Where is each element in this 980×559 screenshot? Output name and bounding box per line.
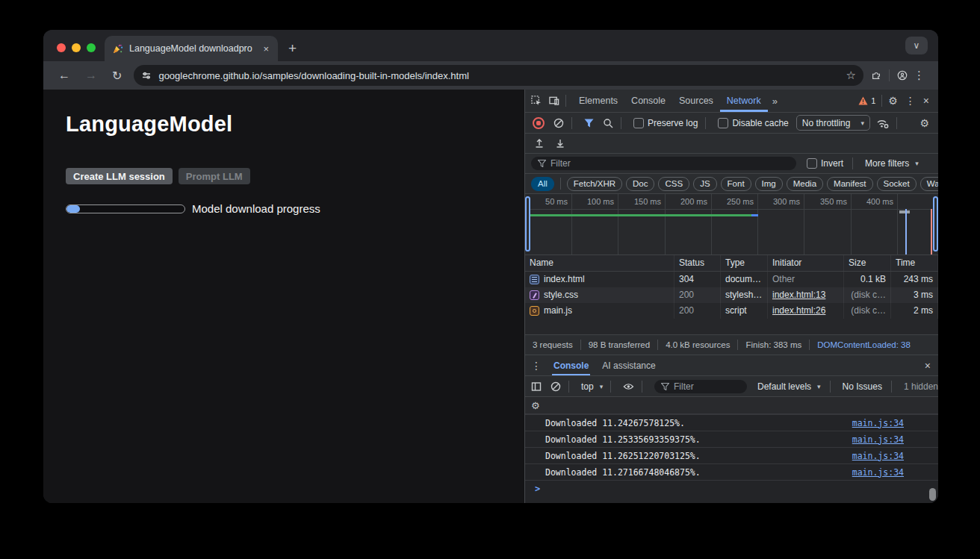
devtools-close-icon[interactable]: × [923, 95, 929, 107]
network-filter-input[interactable]: Filter [531, 157, 796, 170]
disable-cache-checkbox[interactable] [718, 118, 728, 128]
live-expression-eye-icon[interactable] [623, 382, 634, 391]
address-bar[interactable]: googlechrome.github.io/samples/downloadi… [134, 65, 863, 86]
warning-badge[interactable]: 1 [858, 96, 875, 105]
source-link[interactable]: main.js:34 [852, 418, 904, 428]
network-toolbar: Preserve log Disable cache No throttling… [525, 113, 938, 134]
requests-count: 3 requests [533, 340, 573, 349]
overview-right-handle[interactable] [933, 196, 938, 252]
chip-fetch-xhr[interactable]: Fetch/XHR [567, 177, 622, 191]
clear-console-icon[interactable] [551, 381, 561, 392]
invert-checkbox[interactable] [807, 158, 817, 169]
network-search-icon[interactable] [603, 118, 613, 128]
browser-menu-icon[interactable]: ⋮ [914, 69, 925, 82]
import-har-icon[interactable] [534, 138, 545, 149]
console-message[interactable]: Downloaded 11.25335693359375%. main.js:3… [525, 431, 938, 448]
network-filter-icon[interactable] [584, 119, 594, 128]
table-row[interactable]: index.html 304 docum… Other 0.1 kB 243 m… [525, 272, 938, 287]
console-message[interactable]: Downloaded 11.27166748046875%. main.js:3… [525, 464, 938, 481]
drawer-tab-ai-assistance[interactable]: AI assistance [601, 355, 657, 375]
console-sidebar-icon[interactable] [531, 381, 542, 392]
network-filter-row: Filter Invert More filters ▾ [525, 154, 938, 174]
drawer-menu-icon[interactable]: ⋮ [531, 360, 542, 372]
zoom-window-button[interactable] [87, 43, 96, 52]
inspect-element-icon[interactable] [531, 96, 542, 106]
device-toolbar-icon[interactable] [549, 96, 559, 106]
devtools-tab-network[interactable]: Network [720, 90, 768, 112]
source-link[interactable]: main.js:34 [852, 434, 904, 445]
invert-label[interactable]: Invert [821, 158, 843, 169]
progress-label: Model download progress [192, 202, 320, 215]
preserve-log-checkbox[interactable] [633, 118, 644, 128]
network-conditions-icon[interactable] [876, 118, 889, 128]
bookmark-star-icon[interactable]: ☆ [846, 69, 856, 82]
col-name[interactable]: Name [525, 255, 674, 271]
new-tab-button[interactable]: + [288, 41, 297, 55]
minimize-window-button[interactable] [72, 43, 81, 52]
network-overview[interactable]: 50 ms 100 ms 150 ms 200 ms 250 ms 300 ms… [525, 194, 938, 255]
chip-manifest[interactable]: Manifest [827, 177, 872, 191]
create-llm-session-button[interactable]: Create LLM session [66, 168, 173, 184]
clear-network-log-icon[interactable] [553, 118, 564, 128]
site-settings-icon[interactable] [141, 70, 152, 81]
col-type[interactable]: Type [721, 255, 768, 271]
devtools-tab-sources[interactable]: Sources [672, 90, 720, 112]
console-message[interactable]: Downloaded 11.24267578125%. main.js:34 [525, 414, 938, 431]
chip-js[interactable]: JS [693, 177, 716, 191]
console-scrollbar-thumb[interactable] [929, 488, 936, 501]
col-time[interactable]: Time [891, 255, 938, 271]
reload-button[interactable]: ↻ [112, 69, 122, 83]
chip-all[interactable]: All [531, 177, 554, 191]
overview-left-handle[interactable] [525, 196, 530, 252]
record-network-log-button[interactable] [533, 117, 545, 129]
preserve-log-label[interactable]: Preserve log [648, 118, 698, 128]
drawer-close-icon[interactable]: × [925, 360, 931, 372]
browser-tab[interactable]: LanguageModel downloadpro × [105, 36, 278, 61]
chip-font[interactable]: Font [721, 177, 751, 191]
export-har-icon[interactable] [555, 138, 565, 149]
chip-css[interactable]: CSS [658, 177, 689, 191]
source-link[interactable]: main.js:34 [852, 467, 904, 478]
chip-media[interactable]: Media [787, 177, 823, 191]
table-row[interactable]: main.js 200 script index.html:26 (disk c… [525, 303, 938, 319]
prompt-llm-button[interactable]: Prompt LLM [179, 168, 250, 184]
devtools-tab-console[interactable]: Console [624, 90, 672, 112]
more-filters-arrow-icon[interactable]: ▾ [915, 160, 919, 167]
chip-doc[interactable]: Doc [626, 177, 654, 191]
initiator-link[interactable]: index.html:13 [772, 290, 825, 300]
devtools-menu-icon[interactable]: ⋮ [905, 95, 916, 107]
col-size[interactable]: Size [844, 255, 891, 271]
chip-wasm[interactable]: Wasm [920, 177, 938, 191]
network-settings-icon[interactable]: ⚙ [919, 117, 929, 129]
close-window-button[interactable] [57, 43, 66, 52]
console-message[interactable]: Downloaded 11.26251220703125%. main.js:3… [525, 448, 938, 464]
tab-close-icon[interactable]: × [261, 43, 270, 54]
issues-counter[interactable]: No Issues [843, 381, 882, 392]
console-prompt[interactable]: > [525, 481, 938, 497]
source-link[interactable]: main.js:34 [852, 451, 904, 461]
execution-context-selector[interactable]: top [581, 381, 594, 392]
console-filter-input[interactable]: Filter [654, 380, 747, 393]
console-settings-icon[interactable]: ⚙ [531, 400, 540, 411]
devtools-tab-elements[interactable]: Elements [572, 90, 624, 112]
forward-button[interactable]: → [85, 69, 97, 82]
chip-img[interactable]: Img [755, 177, 783, 191]
col-status[interactable]: Status [674, 255, 721, 271]
extensions-icon[interactable] [871, 70, 881, 81]
profile-icon[interactable] [897, 70, 908, 81]
col-initiator[interactable]: Initiator [768, 255, 844, 271]
throttling-select[interactable]: No throttling ▾ [796, 115, 870, 131]
drawer-tab-console[interactable]: Console [552, 355, 590, 375]
tick-400ms: 400 ms [851, 194, 897, 209]
tab-search-button[interactable]: ∨ [905, 37, 928, 54]
table-row[interactable]: style.css 200 stylesh… index.html:13 (di… [525, 287, 938, 303]
more-filters-label[interactable]: More filters [865, 158, 909, 169]
log-levels-select[interactable]: Default levels [757, 381, 811, 392]
back-button[interactable]: ← [58, 69, 70, 82]
disable-cache-label[interactable]: Disable cache [732, 118, 788, 128]
initiator-link[interactable]: index.html:26 [772, 305, 825, 316]
more-tabs-icon[interactable]: » [768, 96, 782, 107]
tick-150ms: 150 ms [618, 194, 665, 209]
devtools-settings-icon[interactable]: ⚙ [888, 95, 898, 107]
chip-socket[interactable]: Socket [877, 177, 917, 191]
